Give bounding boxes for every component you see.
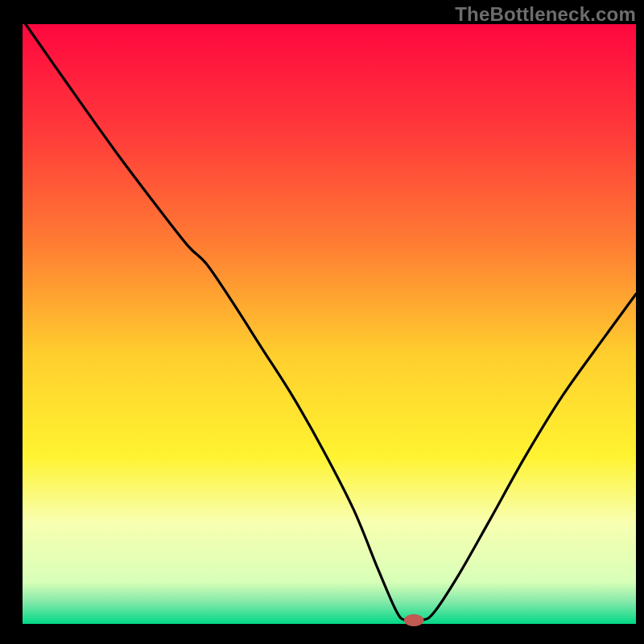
- optimal-marker: [404, 615, 423, 626]
- plot-background: [23, 24, 636, 624]
- chart-frame: TheBottleneck.com: [0, 0, 644, 644]
- watermark-text: TheBottleneck.com: [455, 3, 636, 26]
- chart-svg: [0, 0, 644, 644]
